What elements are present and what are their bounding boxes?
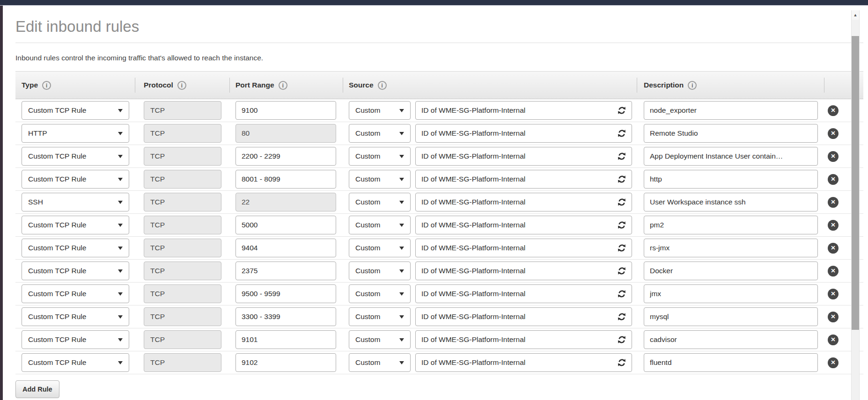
source-input[interactable] xyxy=(415,307,632,326)
source-type-select[interactable]: Custom xyxy=(349,353,411,372)
source-input[interactable] xyxy=(415,353,632,372)
delete-rule-button[interactable]: ✕ xyxy=(828,174,839,185)
refresh-icon[interactable] xyxy=(617,335,627,345)
refresh-icon[interactable] xyxy=(617,197,627,207)
info-icon[interactable]: i xyxy=(378,81,387,90)
info-icon[interactable]: i xyxy=(177,81,186,90)
description-input[interactable] xyxy=(644,147,818,166)
type-select[interactable]: Custom TCP Rule xyxy=(22,101,129,120)
type-select[interactable]: Custom TCP Rule xyxy=(22,262,129,280)
source-type-select[interactable]: Custom xyxy=(349,216,411,234)
source-type-select[interactable]: Custom xyxy=(349,147,411,166)
port-range-input[interactable] xyxy=(235,330,336,349)
port-range-input[interactable] xyxy=(235,284,336,303)
chevron-down-icon xyxy=(118,361,123,364)
info-icon[interactable]: i xyxy=(279,81,287,90)
refresh-icon[interactable] xyxy=(617,266,627,276)
description-input[interactable] xyxy=(644,170,818,189)
source-field-wrap xyxy=(415,353,632,372)
refresh-icon[interactable] xyxy=(617,243,627,253)
rule-row: Custom TCP Rule TCP Custom ✕ xyxy=(15,145,863,168)
port-range-input[interactable] xyxy=(235,353,336,372)
chevron-down-icon xyxy=(118,132,123,135)
source-type-select[interactable]: Custom xyxy=(349,330,411,349)
type-select[interactable]: Custom TCP Rule xyxy=(22,216,129,234)
description-input[interactable] xyxy=(644,101,818,120)
delete-rule-button[interactable]: ✕ xyxy=(828,266,839,276)
description-input[interactable] xyxy=(644,124,818,143)
source-type-select[interactable]: Custom xyxy=(349,239,411,257)
port-range-input[interactable] xyxy=(235,216,336,234)
port-range-input[interactable] xyxy=(235,101,336,120)
type-select[interactable]: Custom TCP Rule xyxy=(22,307,129,326)
description-input[interactable] xyxy=(644,353,818,372)
refresh-icon[interactable] xyxy=(617,312,627,322)
delete-rule-button[interactable]: ✕ xyxy=(828,220,839,231)
scroll-up-arrow-icon[interactable]: ▲ xyxy=(852,10,859,20)
source-input[interactable] xyxy=(415,262,632,280)
chevron-down-icon xyxy=(118,178,123,181)
refresh-icon[interactable] xyxy=(617,151,627,161)
source-type-select[interactable]: Custom xyxy=(349,284,411,303)
description-input[interactable] xyxy=(644,193,818,211)
source-input[interactable] xyxy=(415,147,632,166)
description-input[interactable] xyxy=(644,262,818,280)
type-select[interactable]: Custom TCP Rule xyxy=(22,284,129,303)
source-type-select[interactable]: Custom xyxy=(349,307,411,326)
port-range-input[interactable] xyxy=(235,147,336,166)
delete-rule-button[interactable]: ✕ xyxy=(828,312,839,322)
delete-rule-button[interactable]: ✕ xyxy=(828,335,839,345)
delete-rule-button[interactable]: ✕ xyxy=(828,289,839,299)
description-input[interactable] xyxy=(644,239,818,257)
source-input[interactable] xyxy=(415,239,632,257)
source-input[interactable] xyxy=(415,101,632,120)
type-select[interactable]: Custom TCP Rule xyxy=(22,353,129,372)
source-type-select[interactable]: Custom xyxy=(349,124,411,143)
type-select[interactable]: HTTP xyxy=(22,124,129,143)
type-select-value: Custom TCP Rule xyxy=(28,152,86,160)
refresh-icon[interactable] xyxy=(617,289,627,299)
source-input[interactable] xyxy=(415,284,632,303)
source-type-select[interactable]: Custom xyxy=(349,193,411,211)
type-select-value: Custom TCP Rule xyxy=(28,244,86,252)
delete-rule-button[interactable]: ✕ xyxy=(828,197,839,208)
type-select[interactable]: Custom TCP Rule xyxy=(22,330,129,349)
description-input[interactable] xyxy=(644,284,818,303)
type-select[interactable]: Custom TCP Rule xyxy=(22,239,129,257)
source-type-select[interactable]: Custom xyxy=(349,262,411,280)
source-input[interactable] xyxy=(415,216,632,234)
source-input[interactable] xyxy=(415,193,632,211)
delete-rule-button[interactable]: ✕ xyxy=(828,151,839,162)
scrollbar-thumb[interactable] xyxy=(852,36,859,330)
info-icon[interactable]: i xyxy=(688,81,697,90)
refresh-icon[interactable] xyxy=(617,174,627,184)
refresh-icon[interactable] xyxy=(617,357,627,368)
port-range-input[interactable] xyxy=(235,239,336,257)
type-select-value: Custom TCP Rule xyxy=(28,335,86,344)
description-input[interactable] xyxy=(644,330,818,349)
description-input[interactable] xyxy=(644,216,818,234)
source-type-select[interactable]: Custom xyxy=(349,101,411,120)
source-type-select[interactable]: Custom xyxy=(349,170,411,189)
refresh-icon[interactable] xyxy=(617,220,627,230)
port-range-input[interactable] xyxy=(235,170,336,189)
x-icon: ✕ xyxy=(831,245,835,251)
source-input[interactable] xyxy=(415,124,632,143)
type-select[interactable]: Custom TCP Rule xyxy=(22,170,129,189)
source-input[interactable] xyxy=(415,330,632,349)
delete-rule-button[interactable]: ✕ xyxy=(828,105,839,116)
delete-rule-button[interactable]: ✕ xyxy=(828,128,839,139)
delete-rule-button[interactable]: ✕ xyxy=(828,243,839,254)
type-select[interactable]: Custom TCP Rule xyxy=(22,147,129,166)
port-range-input[interactable] xyxy=(235,262,336,280)
source-input[interactable] xyxy=(415,170,632,189)
port-range-input[interactable] xyxy=(235,307,336,326)
delete-rule-button[interactable]: ✕ xyxy=(828,357,839,368)
refresh-icon[interactable] xyxy=(617,128,627,138)
description-input[interactable] xyxy=(644,307,818,326)
add-rule-button[interactable]: Add Rule xyxy=(15,380,59,398)
info-icon[interactable]: i xyxy=(42,81,51,90)
vertical-scrollbar[interactable]: ▲ xyxy=(851,10,860,400)
type-select[interactable]: SSH xyxy=(22,193,129,211)
refresh-icon[interactable] xyxy=(617,105,627,116)
